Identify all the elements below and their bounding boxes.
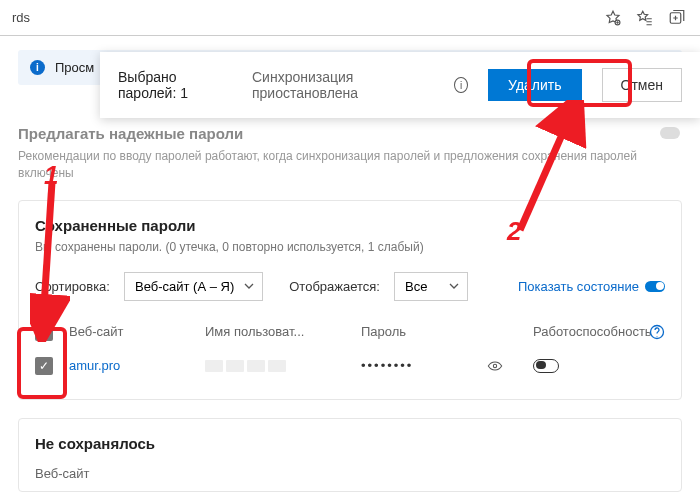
saved-passwords-summary: Вы сохранены пароли. (0 утечка, 0 повтор…: [35, 240, 665, 254]
delete-button[interactable]: Удалить: [488, 69, 581, 101]
saved-passwords-title: Сохраненные пароли: [35, 217, 665, 234]
reveal-password-icon[interactable]: [487, 358, 503, 374]
show-state-toggle[interactable]: [645, 281, 665, 292]
row-username-masked: [205, 360, 355, 372]
suggest-passwords-title: Предлагать надежные пароли: [18, 125, 682, 142]
health-indicator: [533, 359, 559, 373]
sync-info-icon[interactable]: i: [454, 77, 468, 93]
never-col-site: Веб-сайт: [35, 466, 665, 481]
sync-status: Синхронизация приостановлена: [252, 69, 434, 101]
never-saved-title: Не сохранялось: [35, 435, 665, 452]
display-dropdown[interactable]: Все: [394, 272, 468, 301]
svg-point-3: [493, 364, 496, 367]
chevron-down-icon: [449, 279, 459, 294]
col-pass: Пароль: [361, 324, 481, 339]
select-all-checkbox[interactable]: [35, 323, 53, 341]
never-saved-card: Не сохранялось Веб-сайт: [18, 418, 682, 492]
display-dropdown-value: Все: [405, 279, 427, 294]
suggest-passwords-desc: Рекомендации по вводу паролей работают, …: [18, 148, 638, 182]
selection-count: Выбрано паролей: 1: [118, 69, 232, 101]
address-bar: rds: [0, 0, 700, 36]
col-site: Веб-сайт: [69, 324, 199, 339]
info-bar-text: Просм: [55, 60, 94, 75]
collections-icon[interactable]: [668, 9, 686, 27]
sort-label: Сортировка:: [35, 279, 110, 294]
sort-dropdown-value: Веб-сайт (А – Я): [135, 279, 234, 294]
help-icon[interactable]: [649, 324, 665, 340]
info-icon: i: [30, 60, 45, 75]
row-password-masked: ••••••••: [361, 358, 481, 373]
table-header: Веб-сайт Имя пользоват... Пароль Работос…: [35, 315, 665, 349]
show-state-label: Показать состояние: [518, 279, 639, 294]
table-row: amur.pro ••••••••: [35, 349, 665, 383]
address-url[interactable]: rds: [8, 10, 604, 25]
col-health: Работоспособность: [533, 324, 643, 339]
selection-toolbar: Выбрано паролей: 1 Синхронизация приоста…: [100, 52, 700, 118]
display-label: Отображается:: [289, 279, 380, 294]
row-checkbox[interactable]: [35, 357, 53, 375]
row-site-link[interactable]: amur.pro: [69, 358, 199, 373]
chevron-down-icon: [244, 279, 254, 294]
col-user: Имя пользоват...: [205, 324, 355, 339]
cancel-button[interactable]: Отмен: [602, 68, 682, 102]
suggest-passwords-toggle[interactable]: [660, 127, 680, 139]
saved-passwords-card: Сохраненные пароли Вы сохранены пароли. …: [18, 200, 682, 400]
favorites-icon[interactable]: [636, 9, 654, 27]
star-add-icon[interactable]: [604, 9, 622, 27]
sort-dropdown[interactable]: Веб-сайт (А – Я): [124, 272, 263, 301]
